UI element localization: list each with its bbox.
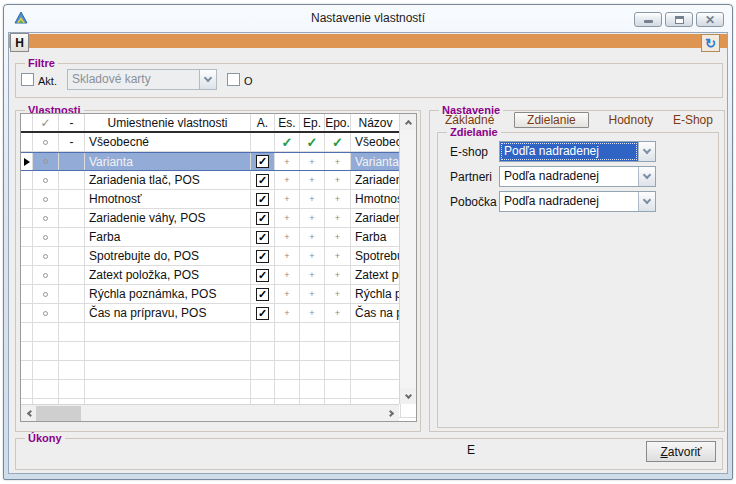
refresh-icon: ↻ <box>705 37 716 50</box>
akt-checkbox-label: Akt. <box>38 75 57 87</box>
vertical-scrollbar[interactable] <box>399 114 416 404</box>
field-label-pobo-ka: Pobočka <box>450 195 497 209</box>
chevron-left-icon <box>27 409 34 416</box>
plus-mark-icon: + <box>335 175 340 185</box>
row-dot-icon <box>43 235 48 240</box>
row-dot-icon <box>43 254 48 259</box>
empty-table-row[interactable] <box>21 342 416 361</box>
filter-type-dropdown[interactable]: Skladové karty <box>67 69 217 90</box>
table-row[interactable]: Farba✓+++Farba <box>21 228 416 247</box>
o-checkbox-label: O <box>244 75 253 87</box>
table-row[interactable]: Zariadenie váhy, POS✓+++Zariadenie váhy,… <box>21 209 416 228</box>
plus-mark-icon: + <box>335 270 340 280</box>
table-row[interactable]: Rýchla poznámka, POS✓+++Rýchla poznámka,… <box>21 285 416 304</box>
dropdown-arrow-button[interactable] <box>199 70 216 89</box>
plus-mark-icon: + <box>309 157 314 167</box>
scroll-up-button[interactable] <box>400 114 416 130</box>
row-dot-icon <box>43 311 48 316</box>
row-dot-icon <box>43 197 48 202</box>
sharing-group-label: Zdielanie <box>447 126 501 138</box>
plus-mark-icon: + <box>309 308 314 318</box>
table-row[interactable]: Zariadenia tlač, POS✓+++Zariadenia tlač,… <box>21 171 416 190</box>
dropdown-arrow-button[interactable] <box>638 192 655 211</box>
minimize-button[interactable] <box>634 12 662 27</box>
actions-group-label: Úkony <box>25 432 65 444</box>
field-label-partneri: Partneri <box>450 170 492 184</box>
table-row[interactable]: Spotrebujte do, POS✓+++Spotrebujte do, P… <box>21 247 416 266</box>
table-row[interactable]: -Všeobecné✓✓✓Všeobecné <box>21 133 416 152</box>
close-dialog-button[interactable]: Zatvoriť <box>646 441 716 462</box>
sharing-group: Zdielanie E-shopPodľa nadradenejPartneri… <box>437 132 719 428</box>
check-icon: ✓ <box>282 135 293 150</box>
row-checkbox[interactable]: ✓ <box>256 250 269 263</box>
row-dot-icon <box>43 140 48 145</box>
row-checkbox[interactable]: ✓ <box>256 307 269 320</box>
plus-mark-icon: + <box>284 289 289 299</box>
tab-zdielanie[interactable]: Zdielanie <box>514 112 589 128</box>
table-row[interactable]: Zatext položka, POS✓+++Zatext položka, P… <box>21 266 416 285</box>
dropdown-arrow-button[interactable] <box>638 142 655 161</box>
stray-text: E <box>467 443 475 457</box>
titlebar[interactable]: Nastavenie vlastností ✕ <box>4 5 732 31</box>
tab-z-kladn-[interactable]: Základné <box>445 113 494 127</box>
dropdown-arrow-button[interactable] <box>638 167 655 186</box>
chevron-down-icon <box>404 391 411 398</box>
chevron-down-icon <box>643 146 651 154</box>
horizontal-scrollbar[interactable] <box>21 404 399 421</box>
refresh-button[interactable]: ↻ <box>701 34 720 52</box>
o-checkbox[interactable] <box>227 73 240 86</box>
app-icon <box>14 11 28 25</box>
empty-table-row[interactable] <box>21 323 416 342</box>
row-dot-icon <box>43 216 48 221</box>
pobo-ka-dropdown[interactable]: Podľa nadradenej <box>499 191 656 212</box>
table-row[interactable]: Hmotnosť✓+++Hmotnosť <box>21 190 416 209</box>
toolbar <box>9 34 727 48</box>
plus-mark-icon: + <box>335 251 340 261</box>
scroll-left-button[interactable] <box>21 405 37 421</box>
window-title: Nastavenie vlastností <box>4 5 732 31</box>
plus-mark-icon: + <box>335 308 340 318</box>
chevron-up-icon <box>404 120 411 127</box>
scroll-down-button[interactable] <box>400 388 416 404</box>
plus-mark-icon: + <box>309 232 314 242</box>
akt-checkbox[interactable] <box>21 73 34 86</box>
chevron-down-icon <box>643 196 651 204</box>
table-row[interactable]: Čas na prípravu, POS✓+++Čas na prípravu,… <box>21 304 416 323</box>
empty-table-row[interactable] <box>21 361 416 380</box>
row-checkbox[interactable]: ✓ <box>256 155 269 168</box>
plus-mark-icon: + <box>335 194 340 204</box>
chevron-down-icon <box>204 74 212 82</box>
tab-e-shop[interactable]: E-Shop <box>673 113 713 127</box>
filter-group-label: Filtre <box>25 57 58 69</box>
plus-mark-icon: + <box>335 289 340 299</box>
close-window-button[interactable]: ✕ <box>696 12 724 27</box>
actions-group: Úkony <box>15 438 723 470</box>
properties-table-body: ✓-Umiestnenie vlastnostiA.Es.Ep.Epo.Názo… <box>21 114 416 418</box>
e-shop-dropdown[interactable]: Podľa nadradenej <box>499 141 656 162</box>
plus-mark-icon: + <box>309 289 314 299</box>
row-checkbox[interactable]: ✓ <box>256 269 269 282</box>
plus-mark-icon: + <box>309 194 314 204</box>
partneri-dropdown[interactable]: Podľa nadradenej <box>499 166 656 187</box>
plus-mark-icon: + <box>335 213 340 223</box>
plus-mark-icon: + <box>284 213 289 223</box>
dropdown-value: Podľa nadradenej <box>500 167 638 186</box>
row-checkbox[interactable]: ✓ <box>256 193 269 206</box>
scroll-right-button[interactable] <box>383 405 399 421</box>
row-checkbox[interactable]: ✓ <box>256 231 269 244</box>
row-checkbox[interactable]: ✓ <box>256 174 269 187</box>
empty-table-row[interactable] <box>21 380 416 399</box>
horizontal-scrollbar-thumb[interactable] <box>36 406 81 421</box>
plus-mark-icon: + <box>309 213 314 223</box>
chevron-right-icon <box>386 409 393 416</box>
table-header-row: ✓-Umiestnenie vlastnostiA.Es.Ep.Epo.Názo… <box>21 114 416 133</box>
field-label-e-shop: E-shop <box>450 145 488 159</box>
h-button[interactable]: H <box>10 33 29 52</box>
maximize-button[interactable] <box>665 12 693 27</box>
row-checkbox[interactable]: ✓ <box>256 212 269 225</box>
plus-mark-icon: + <box>309 251 314 261</box>
tab-hodnoty[interactable]: Hodnoty <box>609 113 654 127</box>
table-row[interactable]: Varianta✓+++Varianta <box>21 152 416 171</box>
check-icon: ✓ <box>307 135 318 150</box>
row-checkbox[interactable]: ✓ <box>256 288 269 301</box>
